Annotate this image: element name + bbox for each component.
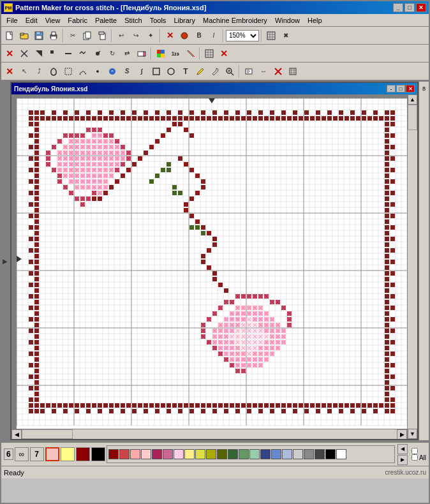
color-pick-button[interactable] (154, 47, 168, 61)
palette-swatch-9[interactable] (195, 449, 205, 459)
palette-swatch-11[interactable] (217, 449, 227, 459)
palette-swatch-22[interactable] (336, 449, 346, 459)
inner-minimize-button[interactable]: - (387, 85, 396, 93)
checkbox-empty[interactable] (411, 448, 418, 454)
copy-button[interactable] (80, 29, 94, 43)
color-swatch-dark[interactable] (76, 447, 90, 461)
arrow2-button[interactable]: ⤴ (32, 64, 46, 78)
rotate-button[interactable]: ↻ (105, 47, 119, 61)
scroll-down-button[interactable]: ▼ (408, 429, 417, 439)
clear-tool-button[interactable] (271, 64, 285, 78)
palette-swatch-2[interactable] (119, 449, 130, 459)
palette-swatch-17[interactable] (282, 449, 292, 459)
palette-swatch-14[interactable] (249, 449, 260, 459)
menu-fabric[interactable]: Fabric (64, 15, 91, 26)
palette-swatch-3[interactable] (130, 449, 140, 459)
menu-view[interactable]: View (41, 15, 64, 26)
horizontal-scrollbar[interactable]: ◀ ▶ (11, 429, 407, 439)
select-arrow-button[interactable]: ↖ (17, 64, 31, 78)
palette-swatch-16[interactable] (271, 449, 281, 459)
stitch-french-button[interactable] (91, 47, 105, 61)
menu-stitch[interactable]: Stitch (121, 15, 146, 26)
palette-swatch-12[interactable] (228, 449, 238, 459)
move-tool-button[interactable]: ↔ (256, 64, 271, 78)
menu-library[interactable]: Library (170, 15, 199, 26)
minimize-button[interactable]: _ (393, 3, 403, 12)
palette-swatch-8[interactable] (184, 449, 195, 459)
zoom-select[interactable]: 50% 75% 100% 125% 150% 200% 300% (226, 30, 259, 41)
scroll-right-button[interactable]: ▶ (397, 429, 407, 439)
scroll-thumb[interactable] (408, 105, 417, 130)
grid-button[interactable] (264, 29, 278, 43)
pointer-button[interactable]: ✦ (144, 29, 158, 43)
inner-close-button[interactable]: ✕ (406, 85, 415, 93)
menu-help[interactable]: Help (304, 15, 326, 26)
lasso-button[interactable] (47, 64, 61, 78)
number-button[interactable]: 1₂₃ (168, 47, 182, 61)
redo-button[interactable]: ↪ (129, 29, 143, 43)
infinity-btn[interactable]: ∞ (15, 447, 29, 461)
point-button[interactable]: • (91, 64, 105, 78)
vertical-scrollbar[interactable]: ▲ ▼ (407, 94, 417, 439)
close-x-button[interactable]: ✕ (3, 47, 17, 61)
paste-button[interactable] (95, 29, 109, 43)
stitch-cross-button[interactable] (17, 47, 31, 61)
thread-button[interactable] (183, 47, 197, 61)
checkbox-all[interactable] (411, 454, 418, 461)
menu-file[interactable]: File (3, 15, 22, 26)
palette-right-btn[interactable]: ▶ (397, 455, 408, 465)
bold-button[interactable]: B (192, 29, 206, 43)
s2-button[interactable]: ∫ (135, 64, 149, 78)
scroll-left-button[interactable]: ◀ (11, 429, 22, 439)
italic-button[interactable]: I (207, 29, 221, 43)
hscroll-thumb[interactable] (22, 429, 73, 439)
print-prev-button[interactable] (242, 64, 256, 78)
cross2-button[interactable]: ✕ (217, 47, 231, 61)
palette-swatch-10[interactable] (206, 449, 216, 459)
save-button[interactable] (32, 29, 46, 43)
menu-edit[interactable]: Edit (22, 15, 41, 26)
maximize-button[interactable]: □ (404, 3, 415, 12)
stitch-back-button[interactable] (61, 47, 75, 61)
color-swatch-black[interactable] (91, 447, 105, 461)
scroll-up-button[interactable]: ▲ (408, 94, 417, 105)
undo-button[interactable]: ↩ (114, 29, 128, 43)
palette-swatch-13[interactable] (239, 449, 249, 459)
close-x2-button[interactable]: ✕ (3, 64, 17, 78)
stitch-quarter-button[interactable] (47, 47, 61, 61)
palette-swatch-1[interactable] (108, 449, 119, 459)
palette-swatch-4[interactable] (141, 449, 151, 459)
text-tool-button[interactable]: T (179, 64, 193, 78)
open-button[interactable] (17, 29, 31, 43)
zoom-tool-button[interactable] (223, 64, 237, 78)
arc-select-button[interactable] (76, 64, 90, 78)
palette-left-btn[interactable]: ◀ (397, 444, 408, 454)
config-tool-button[interactable] (286, 64, 300, 78)
palette-swatch-6[interactable] (163, 449, 173, 459)
palette-swatch-20[interactable] (315, 449, 325, 459)
stitch-erase-button[interactable] (135, 47, 149, 61)
stitch-half-button[interactable] (32, 47, 46, 61)
cut-button[interactable]: ✂ (66, 29, 80, 43)
eyedrop-button[interactable] (208, 64, 222, 78)
grid2-button[interactable] (202, 47, 216, 61)
new-button[interactable] (3, 29, 17, 43)
fill-circle-button[interactable] (105, 64, 119, 78)
palette-swatch-18[interactable] (293, 449, 303, 459)
stitch-canvas[interactable] (17, 98, 407, 429)
color-swatch-yellow[interactable] (61, 447, 75, 461)
menu-window[interactable]: Window (271, 15, 304, 26)
s-tool-button[interactable]: S (120, 64, 134, 78)
pencil-button[interactable] (193, 64, 207, 78)
checkbox-label-all[interactable]: All (411, 454, 426, 461)
print-button[interactable] (47, 29, 61, 43)
page-num2-btn[interactable]: 7 (30, 447, 44, 461)
palette-swatch-21[interactable] (325, 449, 336, 459)
inner-maximize-button[interactable]: □ (396, 85, 405, 93)
menu-tools[interactable]: Tools (146, 15, 170, 26)
stitch-run-button[interactable] (76, 47, 90, 61)
menu-machine-embroidery[interactable]: Machine Embroidery (199, 15, 271, 26)
palette-swatch-19[interactable] (304, 449, 314, 459)
checkbox-label-empty[interactable] (411, 448, 426, 454)
ruler-button[interactable]: ✖ (279, 29, 293, 43)
